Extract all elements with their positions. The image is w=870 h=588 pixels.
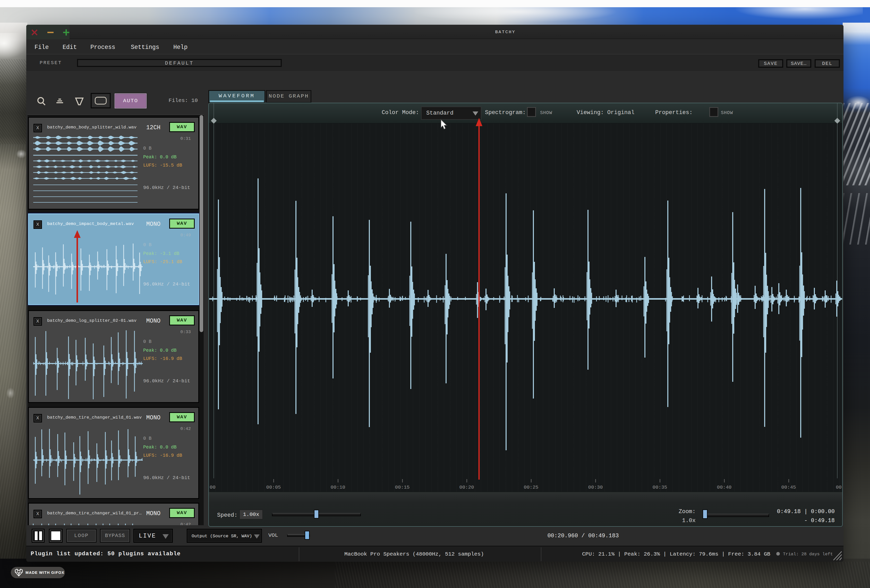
svg-text:00:10: 00:10 <box>331 484 345 490</box>
svg-text:00:20: 00:20 <box>459 484 474 490</box>
svg-text:00:35: 00:35 <box>652 484 667 490</box>
svg-text:00:30: 00:30 <box>588 484 603 490</box>
svg-text:00:15: 00:15 <box>395 484 410 490</box>
svg-text:00: 00 <box>210 484 216 490</box>
svg-text:00:40: 00:40 <box>717 484 731 490</box>
svg-text:00:25: 00:25 <box>524 484 538 490</box>
svg-text:00: 00 <box>836 484 842 490</box>
svg-text:00:45: 00:45 <box>781 484 796 490</box>
svg-text:00:05: 00:05 <box>266 484 281 490</box>
